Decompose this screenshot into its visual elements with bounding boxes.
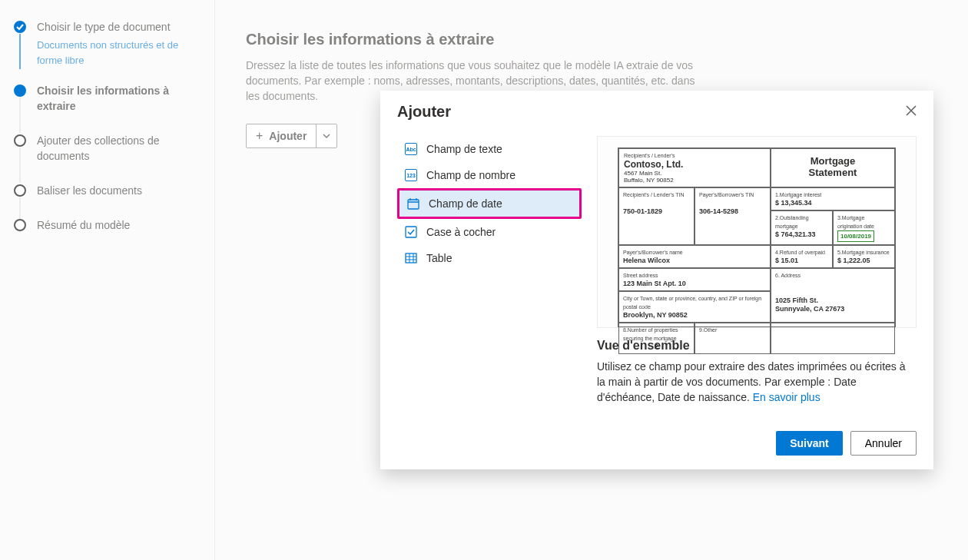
type-label: Champ de date <box>429 197 502 210</box>
type-date-field[interactable]: Champ de date <box>399 191 579 217</box>
svg-rect-2 <box>406 253 416 263</box>
table-icon <box>405 252 417 264</box>
field-type-list: Abc Champ de texte 123 Champ de nombre C… <box>397 136 582 405</box>
cancel-button[interactable]: Annuler <box>850 431 917 456</box>
preview-document: Recipient's / Lender's Contoso, Ltd. 456… <box>597 136 917 328</box>
type-table-field[interactable]: Table <box>397 245 582 271</box>
type-label: Table <box>426 252 452 264</box>
calendar-icon <box>407 197 419 210</box>
close-icon[interactable] <box>906 105 917 118</box>
add-dialog: Ajouter Abc Champ de texte 123 Champ de … <box>380 91 933 469</box>
type-text-field[interactable]: Abc Champ de texte <box>397 136 582 162</box>
dot-icon <box>14 219 26 231</box>
text-icon: Abc <box>405 143 417 155</box>
type-number-field[interactable]: 123 Champ de nombre <box>397 162 582 188</box>
dot-icon <box>14 84 26 97</box>
next-button[interactable]: Suivant <box>776 431 843 456</box>
highlighted-date: 10/08/2019 <box>837 230 874 242</box>
overview-text: Utilisez ce champ pour extraire des date… <box>597 359 917 405</box>
check-icon <box>14 21 26 33</box>
number-icon: 123 <box>405 169 417 181</box>
dot-icon <box>14 184 26 197</box>
type-preview: Recipient's / Lender's Contoso, Ltd. 456… <box>597 136 917 405</box>
svg-rect-0 <box>408 200 419 209</box>
type-label: Champ de nombre <box>426 169 515 181</box>
dot-icon <box>14 134 26 147</box>
svg-rect-1 <box>406 227 416 237</box>
checkbox-icon <box>405 226 417 238</box>
type-checkbox-field[interactable]: Case à cocher <box>397 219 582 245</box>
dialog-title: Ajouter <box>397 103 451 121</box>
learn-more-link[interactable]: En savoir plus <box>753 391 820 403</box>
type-label: Case à cocher <box>426 226 496 238</box>
type-label: Champ de texte <box>426 143 502 155</box>
